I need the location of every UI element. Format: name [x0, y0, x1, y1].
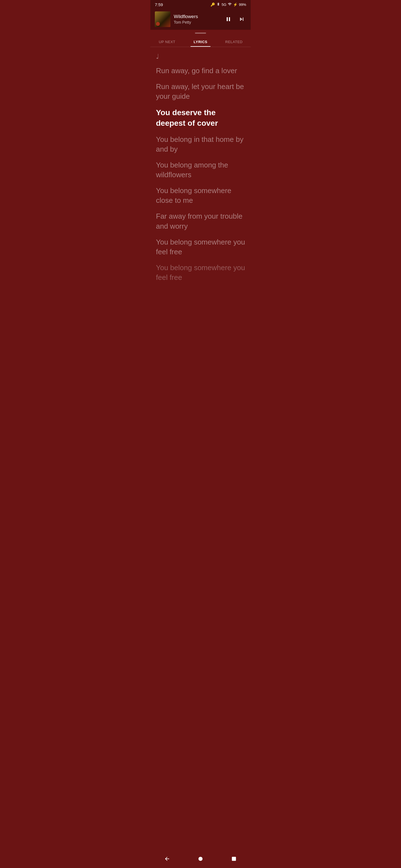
- lyric-line: Run away, let your heart be your guide: [156, 82, 245, 101]
- skip-next-button[interactable]: [237, 15, 246, 24]
- lyric-line: You belong somewhere close to me: [156, 186, 245, 205]
- battery-percent: 99%: [239, 2, 246, 7]
- status-time: 7:59: [155, 2, 163, 7]
- now-playing-header: Wildflowers Tom Petty: [150, 9, 251, 30]
- key-icon: 🔑: [210, 2, 215, 7]
- lyric-line: Far away from your trouble and worry: [156, 211, 245, 231]
- tab-related[interactable]: RELATED: [217, 36, 251, 47]
- skip-next-icon: [238, 16, 245, 23]
- lyric-line-fading: You belong somewhere you feel free: [156, 263, 245, 282]
- song-title: Wildflowers: [174, 14, 221, 20]
- player-controls: [224, 15, 246, 24]
- signal-icon: [228, 2, 232, 7]
- album-art: [155, 11, 170, 27]
- battery-icon: ⚡: [233, 2, 237, 7]
- bluetooth-icon: [217, 2, 220, 7]
- network-label: 5G: [222, 2, 226, 7]
- lyric-line: You belong among the wildflowers: [156, 160, 245, 180]
- tabs: UP NEXT LYRICS RELATED: [150, 35, 251, 47]
- music-note-icon: ♩: [156, 53, 245, 60]
- lyric-line-active: You deserve the deepest of cover: [156, 107, 245, 128]
- song-info: Wildflowers Tom Petty: [174, 14, 221, 25]
- pause-icon: [225, 16, 232, 23]
- pause-button[interactable]: [224, 15, 233, 24]
- drag-handle[interactable]: [195, 33, 206, 34]
- tab-up-next[interactable]: UP NEXT: [150, 36, 184, 47]
- lyric-line: Run away, go find a lover: [156, 66, 245, 76]
- lyric-line: You belong somewhere you feel free: [156, 237, 245, 257]
- status-bar: 7:59 🔑 5G ⚡ 99%: [150, 0, 251, 9]
- song-artist: Tom Petty: [174, 20, 221, 25]
- tab-lyrics[interactable]: LYRICS: [184, 36, 217, 47]
- lyrics-container: ♩ Run away, go find a lover Run away, le…: [150, 47, 251, 311]
- lyric-line: You belong in that home by and by: [156, 135, 245, 154]
- status-icons: 🔑 5G ⚡ 99%: [210, 2, 246, 7]
- drag-handle-container: [150, 30, 251, 35]
